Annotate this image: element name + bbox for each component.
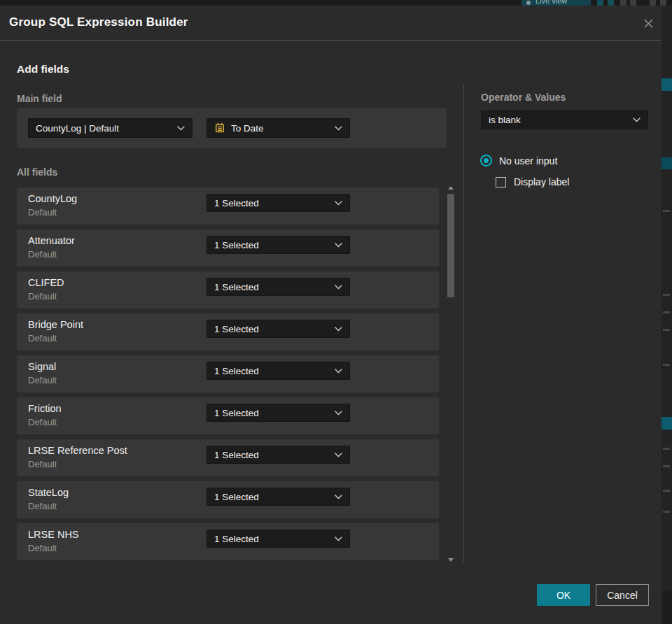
chevron-down-icon [177,126,185,131]
background-fragment [663,329,670,331]
background-fragment [663,294,670,296]
field-selected-dropdown[interactable]: 1 Selected [206,530,350,548]
operator-dropdown[interactable]: is blank [481,111,648,129]
field-selected-dropdown-value: 1 Selected [214,324,329,334]
group-sql-expression-builder-dialog: Group SQL Expression Builder Add fields … [0,6,662,624]
field-selected-dropdown[interactable]: 1 Selected [206,362,350,380]
background-fragment [662,78,672,91]
field-subtitle: Default [28,249,57,260]
field-row: StateLog Default 1 Selected [17,481,439,518]
background-fragment [662,591,672,624]
field-subtitle: Default [28,291,57,302]
field-subtitle: Default [28,543,57,553]
background-toolbar-fragment [597,0,603,6]
main-field-source-value: CountyLog | Default [36,123,172,134]
close-button[interactable] [640,15,657,31]
display-label-option[interactable]: Display label [496,176,569,187]
field-selected-dropdown-value: 1 Selected [214,408,329,418]
field-selected-dropdown[interactable]: 1 Selected [206,404,350,422]
field-row: LRSE NHS Default 1 Selected [17,523,439,560]
background-fragment [663,511,670,513]
no-user-input-option[interactable]: No user input [480,155,557,166]
field-selected-dropdown-value: 1 Selected [214,198,329,208]
field-selected-dropdown-value: 1 Selected [214,492,329,502]
background-fragment [662,157,672,169]
chevron-down-icon [335,243,342,248]
close-icon [643,18,654,29]
field-subtitle: Default [28,207,57,218]
field-row: Signal Default 1 Selected [17,355,439,392]
main-field-box: CountyLog | Default To Date [17,108,447,148]
background-fragment [663,311,670,313]
field-subtitle: Default [28,333,57,343]
field-name: CountyLog [28,193,77,204]
field-subtitle: Default [28,459,57,469]
chevron-down-icon [335,537,342,541]
field-subtitle: Default [28,375,57,385]
field-name: Attenuator [28,235,75,246]
field-row: Bridge Point Default 1 Selected [17,313,439,350]
chevron-down-icon [335,285,342,290]
background-fragment [663,364,670,366]
all-fields-list: CountyLog Default 1 Selected Attenuator … [17,187,439,565]
chevron-down-icon [633,118,640,122]
display-label-checkbox[interactable] [496,177,506,187]
scrollbar-thumb[interactable] [447,194,454,297]
main-field-type-value: To Date [231,123,329,134]
background-fragment [663,465,670,467]
chevron-down-icon [335,369,342,374]
field-name: Friction [28,403,62,414]
field-selected-dropdown[interactable]: 1 Selected [206,446,350,464]
scroll-down-arrow-icon[interactable] [448,558,454,562]
all-fields-label: All fields [17,166,57,178]
dialog-title: Group SQL Expression Builder [9,15,188,29]
field-selected-dropdown[interactable]: 1 Selected [206,236,350,254]
main-field-source-dropdown[interactable]: CountyLog | Default [28,118,192,138]
ok-button[interactable]: OK [537,584,590,606]
background-toolbar-fragment [650,0,656,6]
field-selected-dropdown[interactable]: 1 Selected [206,278,350,296]
background-toolbar-fragment [660,0,666,6]
no-user-input-radio[interactable] [480,155,492,166]
background-toolbar-fragment [630,0,636,6]
field-name: StateLog [28,487,69,498]
chevron-down-icon [335,327,342,332]
display-label-label: Display label [514,176,569,187]
field-row: CLIFED Default 1 Selected [17,271,439,309]
field-selected-dropdown[interactable]: 1 Selected [206,320,350,338]
background-fragment [663,490,670,492]
field-selected-dropdown[interactable]: 1 Selected [206,194,350,212]
field-subtitle: Default [28,501,57,511]
background-fragment [662,417,672,430]
field-name: LRSE NHS [28,529,79,540]
chevron-down-icon [335,453,342,458]
chevron-down-icon [335,201,342,206]
live-view-toggle: Live view [522,0,591,6]
cancel-button[interactable]: Cancel [596,584,649,606]
live-view-label: Live view [536,0,567,5]
main-field-type-dropdown[interactable]: To Date [206,118,350,138]
operator-values-label: Operator & Values [481,92,566,103]
field-name: Bridge Point [28,319,83,330]
field-selected-dropdown-value: 1 Selected [214,282,329,292]
chevron-down-icon [335,411,342,416]
dialog-titlebar: Group SQL Expression Builder [0,6,662,41]
background-toolbar-fragment [620,0,626,6]
field-selected-dropdown-value: 1 Selected [214,240,329,250]
background-fragment [663,448,670,450]
background-toolbar-fragment [608,0,614,6]
add-fields-heading: Add fields [17,63,69,76]
scroll-up-arrow-icon[interactable] [448,186,454,190]
field-selected-dropdown[interactable]: 1 Selected [206,488,350,506]
chevron-down-icon [335,495,342,499]
field-row: LRSE Reference Post Default 1 Selected [17,439,439,476]
all-fields-scrollbar [446,185,456,563]
main-field-label: Main field [17,93,62,104]
field-row: Attenuator Default 1 Selected [17,229,439,267]
field-selected-dropdown-value: 1 Selected [214,450,329,460]
field-row: Friction Default 1 Selected [17,397,439,434]
no-user-input-label: No user input [499,155,557,166]
field-name: LRSE Reference Post [28,445,127,456]
background-fragment [663,210,670,212]
field-selected-dropdown-value: 1 Selected [214,366,329,376]
